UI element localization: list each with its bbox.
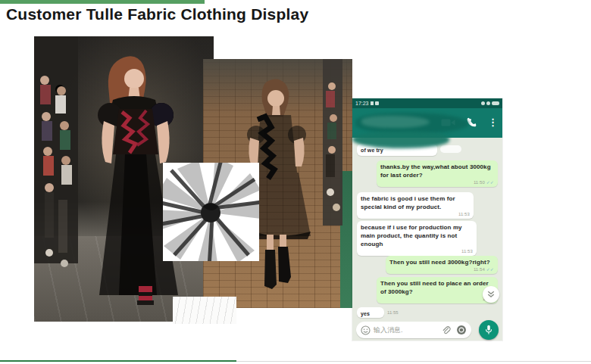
chat-bubble-incoming: the fabric is good i use them for specia… [357,192,474,219]
input-placeholder: 输入消息. [374,325,441,335]
message-text: because if i use for production my main … [361,224,462,247]
read-ticks-icon: ✓✓ [486,180,494,185]
signal-icon [371,101,374,105]
emoji-icon[interactable] [361,325,371,335]
message-time: 11:53 [361,212,470,217]
top-accent-bar [0,0,205,4]
message-text: Then you still need to place an order of… [380,280,489,295]
faded-photo-fragment [173,297,236,324]
message-text: yes [361,311,370,316]
chat-bubble-outgoing: Then you still need 3000kg?right? 11:54 … [386,256,498,274]
page-title: Customer Tulle Fabric Clothing Display [6,5,308,23]
slide-canvas: Customer Tulle Fabric Clothing Display [0,0,591,364]
status-time: 17:23 [355,101,369,106]
alarm-icon [481,101,485,105]
data-saver-icon [486,101,490,105]
message-text: Then you still need 3000kg?right? [389,259,490,266]
double-chevron-down-icon [486,290,496,299]
message-text: of we try [361,148,383,153]
tulle-swirl-illustration [163,163,259,261]
audience-left [34,36,78,267]
battery-icon [492,101,499,105]
message-text: the fabric is good i use them for specia… [361,195,455,210]
paperclip-icon[interactable] [441,325,451,335]
message-time: 11:50 [474,180,485,185]
message-text: thanks.by the way,what about 3000kg for … [380,163,491,179]
message-time: 11:53 [361,249,473,254]
bottom-accent-rule [0,360,236,362]
message-time: 11:55 [380,297,494,302]
voice-message-button[interactable] [479,320,499,340]
camera-icon[interactable] [456,325,467,335]
chat-bubble-outgoing: Then you still need to place an order of… [377,277,498,303]
phone-status-bar: 17:23 [352,98,502,108]
message-time: 11:54 [474,267,485,272]
chat-bubble-incoming: because if i use for production my main … [357,221,477,256]
chat-bubble-outgoing: thanks.by the way,what about 3000kg for … [377,160,498,187]
whatsapp-chat-screenshot: 17:23 ⋮ [352,98,502,341]
menu-icon[interactable]: ⋮ [488,117,498,127]
sim-icon [375,101,379,105]
scroll-to-bottom-button[interactable] [483,286,499,303]
tulle-fabric-swatch-photo [163,163,259,261]
audience-right [323,59,342,226]
chat-bubble-incoming: yes [357,307,384,318]
chat-area: of we try thanks.by the way,what about 3… [352,138,502,341]
bottom-gray-rule [236,361,591,362]
message-time: 11:55 [387,310,399,315]
read-ticks-icon: ✓✓ [486,267,494,272]
faded-timestamp-pill [440,145,461,153]
microphone-icon [484,325,493,335]
message-input-bar: 输入消息. [352,319,502,341]
scribble-highlight [361,116,430,128]
message-input-field[interactable]: 输入消息. [356,322,471,338]
scribble-over-message [352,132,449,148]
